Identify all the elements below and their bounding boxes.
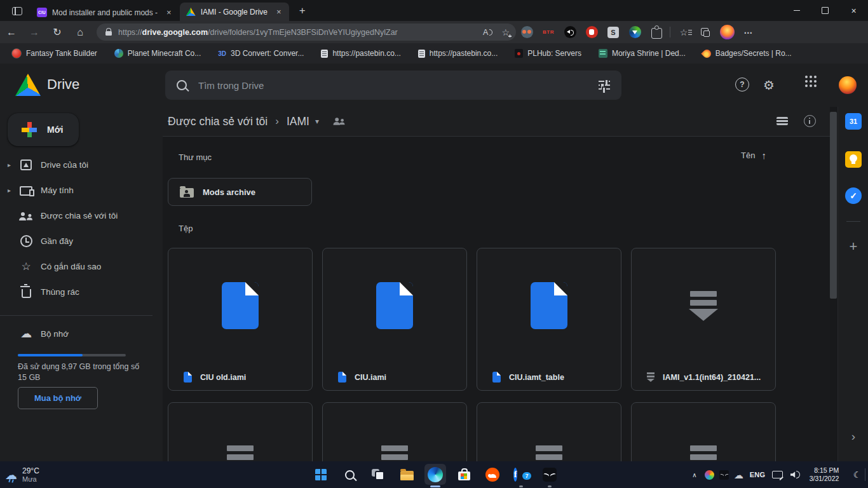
extension-idm[interactable] xyxy=(624,23,646,42)
breadcrumb-current[interactable]: IAMI xyxy=(287,115,309,128)
bookmark-badges-secrets[interactable]: Badges/Secrets | Ro... xyxy=(703,49,792,58)
sidebar-item-computers[interactable]: ▸ Máy tính xyxy=(0,177,163,203)
game-app-button[interactable] xyxy=(542,461,557,488)
tray-overflow-button[interactable]: ∧ xyxy=(687,461,702,488)
file-card[interactable]: CIU.iami xyxy=(322,248,467,391)
url-text[interactable]: https://drive.google.com/drive/folders/1… xyxy=(118,28,478,37)
file-card[interactable] xyxy=(631,402,776,461)
extensions-menu-button[interactable] xyxy=(646,23,667,42)
breadcrumb-root[interactable]: Được chia sẻ với tôi xyxy=(168,115,268,128)
tasks-app-button[interactable]: ✓ xyxy=(838,187,868,204)
folder-menu-caret-icon[interactable]: ▾ xyxy=(315,117,319,126)
sidebar-item-starred[interactable]: ☆ Có gắn dấu sao xyxy=(0,254,163,279)
account-avatar[interactable] xyxy=(839,76,857,94)
profile-button[interactable] xyxy=(716,23,738,42)
show-desktop-strip[interactable] xyxy=(865,468,865,481)
start-button[interactable] xyxy=(313,461,329,488)
task-view-button[interactable] xyxy=(370,461,386,488)
hide-side-panel-button[interactable]: › xyxy=(838,430,868,444)
bookmark-pastebin-2[interactable]: https://pastebin.co... xyxy=(418,49,498,58)
tab-close-icon[interactable]: × xyxy=(274,7,284,17)
sidebar-item-my-drive[interactable]: ▸ Drive của tôi xyxy=(0,152,163,177)
bookmark-fantasy-tank-builder[interactable]: Fantasy Tank Builder xyxy=(11,48,97,58)
file-card[interactable] xyxy=(477,402,621,461)
tab-close-icon[interactable]: × xyxy=(164,8,174,17)
back-button[interactable]: ← xyxy=(0,23,23,42)
browser-tab-mod-installer[interactable]: CIU Mod installer and public mods - × xyxy=(31,4,179,21)
collections-button[interactable] xyxy=(695,23,716,42)
settings-button[interactable]: ⚙ xyxy=(763,78,775,93)
minimize-button[interactable] xyxy=(782,0,811,21)
bookmark-3d-convert[interactable]: 3D3D Convert: Conver... xyxy=(218,49,304,58)
refresh-button[interactable]: ↻ xyxy=(46,23,69,42)
tray-bird-app[interactable] xyxy=(717,461,731,488)
network-tray-button[interactable] xyxy=(769,461,785,488)
get-addons-button[interactable]: + xyxy=(838,238,868,255)
bookmark-moriya-shrine[interactable]: Moriya Shrine | Ded... xyxy=(599,49,686,58)
folder-card-mods-archive[interactable]: Mods archive xyxy=(168,178,312,206)
extension-adblock[interactable] xyxy=(581,23,602,42)
storage-item[interactable]: ☁ Bộ nhớ xyxy=(0,321,163,346)
search-icon[interactable] xyxy=(177,80,187,90)
sort-control[interactable]: Tên ↑ xyxy=(741,150,766,161)
extension-btr[interactable]: BTR xyxy=(538,23,559,42)
calendar-app-button[interactable]: 31 xyxy=(838,113,868,130)
language-indicator[interactable]: ENG xyxy=(746,461,769,488)
volume-tray-button[interactable] xyxy=(785,461,802,488)
list-view-icon[interactable] xyxy=(776,117,788,125)
address-bar[interactable]: https://drive.google.com/drive/folders/1… xyxy=(97,24,516,41)
bookmark-planet-minecraft[interactable]: Planet Minecraft Co... xyxy=(114,49,201,58)
close-button[interactable]: × xyxy=(839,0,868,21)
soundcloud-button[interactable] xyxy=(485,461,500,488)
read-aloud-button[interactable]: A xyxy=(483,28,492,37)
search-input[interactable] xyxy=(197,79,599,92)
browser-tab-google-drive[interactable]: IAMI - Google Drive × xyxy=(180,3,289,21)
expand-icon[interactable]: ▸ xyxy=(8,187,11,194)
info-icon[interactable] xyxy=(804,115,816,127)
drive-search-bar[interactable] xyxy=(165,71,621,100)
taskbar-search-button[interactable] xyxy=(342,461,357,488)
file-explorer-button[interactable] xyxy=(399,461,414,488)
add-favorite-icon[interactable]: ☆ xyxy=(501,27,510,37)
buy-storage-button[interactable]: Mua bộ nhớ xyxy=(18,387,98,409)
new-button[interactable]: Mới xyxy=(8,113,79,146)
help-button[interactable]: ? xyxy=(735,78,749,92)
expand-icon[interactable]: ▸ xyxy=(8,161,11,168)
sidebar-item-shared-with-me[interactable]: Được chia sẻ với tôi xyxy=(0,203,163,228)
new-tab-button[interactable]: + xyxy=(294,2,311,20)
microsoft-store-button[interactable] xyxy=(456,461,471,488)
ciu-favicon: CIU xyxy=(37,8,47,17)
file-card[interactable] xyxy=(322,402,467,461)
scrollbar-thumb[interactable] xyxy=(830,112,837,299)
weather-widget[interactable]: ☁ 29°C Mưa xyxy=(5,461,39,488)
onedrive-tray-icon[interactable]: ☁ xyxy=(731,461,746,488)
messenger-button[interactable]: f 7 xyxy=(513,461,529,488)
extension-volume[interactable] xyxy=(559,23,581,42)
file-card[interactable] xyxy=(168,402,313,461)
storage-progress-track xyxy=(18,354,126,356)
keep-app-button[interactable] xyxy=(838,151,868,168)
file-card[interactable]: CIU.iamt_table xyxy=(477,248,621,391)
lock-icon[interactable] xyxy=(105,31,112,36)
tray-color-app[interactable] xyxy=(702,461,717,488)
google-apps-button[interactable] xyxy=(810,80,812,83)
edge-browser-button[interactable] xyxy=(428,461,443,488)
extension-session[interactable]: S xyxy=(602,23,624,42)
tab-actions-button[interactable] xyxy=(6,2,28,20)
bookmark-pastebin-1[interactable]: https://pastebin.co... xyxy=(321,49,400,58)
sidebar-item-trash[interactable]: Thùng rác xyxy=(0,279,163,304)
file-card[interactable]: IAMI_v1.1(int64)_210421... xyxy=(631,248,776,391)
drive-logo[interactable] xyxy=(15,74,41,96)
bookmark-plhub[interactable]: PLHub: Servers xyxy=(515,49,581,58)
home-button[interactable]: ⌂ xyxy=(69,23,92,42)
maximize-button[interactable] xyxy=(811,0,839,21)
search-filter-icon[interactable] xyxy=(599,78,610,92)
settings-menu-button[interactable]: ⋯ xyxy=(738,23,759,42)
file-type-icon xyxy=(184,372,192,383)
favorites-button[interactable]: ☆ xyxy=(673,23,695,42)
sidebar-item-recent[interactable]: Gần đây xyxy=(0,228,163,254)
file-card[interactable]: CIU old.iami xyxy=(168,248,313,391)
extension-tampermonkey[interactable] xyxy=(516,23,538,42)
forward-button[interactable]: → xyxy=(23,23,46,42)
clock-tray-button[interactable]: 8:15 PM 3/31/2022 xyxy=(802,461,846,488)
